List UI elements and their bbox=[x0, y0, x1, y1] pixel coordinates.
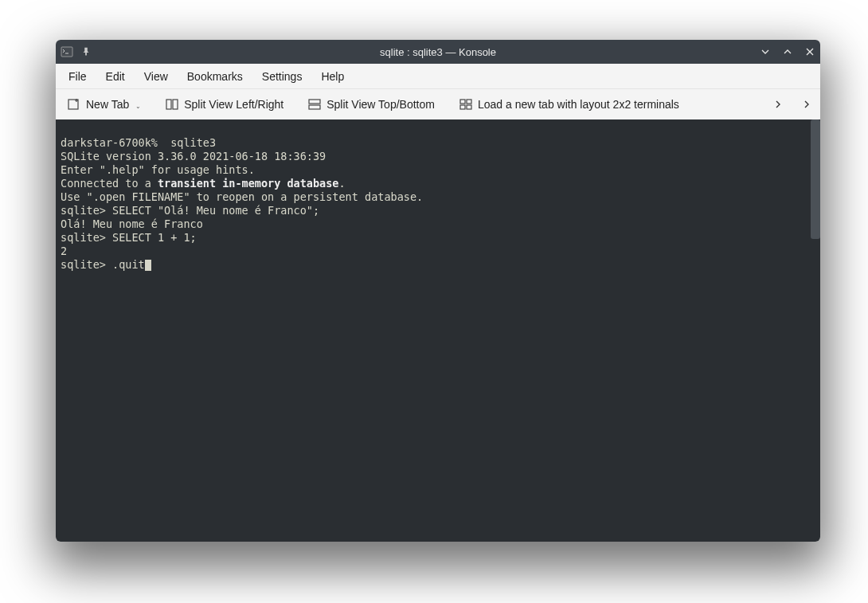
svg-rect-8 bbox=[460, 105, 465, 109]
toolbar-chevron-2[interactable] bbox=[798, 96, 815, 113]
grid-2x2-icon bbox=[459, 97, 473, 112]
svg-rect-0 bbox=[61, 47, 72, 57]
split-lr-icon bbox=[165, 97, 179, 112]
close-button[interactable] bbox=[804, 46, 815, 57]
term-line: Connected to a transient in-memory datab… bbox=[61, 177, 346, 190]
svg-rect-9 bbox=[467, 105, 471, 109]
new-tab-button[interactable]: New Tab ⌄ bbox=[61, 93, 147, 116]
svg-rect-3 bbox=[173, 100, 178, 109]
svg-rect-7 bbox=[467, 100, 471, 104]
menu-settings[interactable]: Settings bbox=[254, 66, 311, 87]
split-top-bottom-button[interactable]: Split View Top/Bottom bbox=[301, 93, 441, 116]
svg-rect-4 bbox=[309, 100, 320, 104]
split-left-right-button[interactable]: Split View Left/Right bbox=[158, 93, 290, 116]
menu-edit[interactable]: Edit bbox=[98, 66, 133, 87]
svg-rect-5 bbox=[309, 105, 320, 109]
term-line: 2 bbox=[61, 245, 67, 257]
new-tab-icon bbox=[67, 97, 81, 112]
maximize-button[interactable] bbox=[782, 46, 793, 57]
toolbar-chevron-1[interactable] bbox=[769, 96, 787, 113]
term-line: sqlite> SELECT "Olá! Meu nome é Franco"; bbox=[61, 204, 319, 217]
new-tab-label: New Tab bbox=[86, 98, 129, 111]
titlebar[interactable]: sqlite : sqlite3 — Konsole bbox=[56, 40, 820, 64]
menu-help[interactable]: Help bbox=[313, 66, 352, 87]
split-lr-label: Split View Left/Right bbox=[184, 98, 283, 111]
split-tb-icon bbox=[307, 97, 322, 112]
konsole-window: sqlite : sqlite3 — Konsole File Edit Vie… bbox=[56, 40, 820, 542]
pin-icon[interactable] bbox=[80, 45, 92, 58]
terminal-app-icon bbox=[61, 45, 73, 58]
menu-view[interactable]: View bbox=[136, 66, 176, 87]
menu-file[interactable]: File bbox=[61, 66, 95, 87]
scrollbar-thumb[interactable] bbox=[811, 119, 820, 239]
load-layout-button[interactable]: Load a new tab with layout 2x2 terminals bbox=[452, 93, 686, 116]
svg-rect-2 bbox=[166, 100, 171, 109]
term-line: sqlite> SELECT 1 + 1; bbox=[61, 231, 197, 244]
dropdown-marker-icon: ⌄ bbox=[135, 103, 141, 112]
menubar: File Edit View Bookmarks Settings Help bbox=[56, 64, 820, 89]
window-title: sqlite : sqlite3 — Konsole bbox=[56, 46, 820, 58]
term-line: SQLite version 3.36.0 2021-06-18 18:36:3… bbox=[61, 150, 326, 162]
terminal-view[interactable]: darkstar-6700k% sqlite3 SQLite version 3… bbox=[56, 119, 820, 542]
menu-bookmarks[interactable]: Bookmarks bbox=[179, 66, 251, 87]
term-line: Enter ".help" for usage hints. bbox=[61, 163, 255, 176]
term-line: sqlite> .quit bbox=[61, 258, 151, 271]
svg-rect-6 bbox=[460, 100, 465, 104]
minimize-button[interactable] bbox=[760, 46, 771, 57]
toolbar: New Tab ⌄ Split View Left/Right Split Vi… bbox=[56, 89, 820, 119]
split-tb-label: Split View Top/Bottom bbox=[326, 98, 435, 111]
term-line: Use ".open FILENAME" to reopen on a pers… bbox=[61, 190, 423, 203]
term-line: darkstar-6700k% sqlite3 bbox=[61, 136, 216, 149]
term-line: Olá! Meu nome é Franco bbox=[61, 217, 203, 230]
terminal-cursor bbox=[145, 260, 151, 271]
load-layout-label: Load a new tab with layout 2x2 terminals bbox=[478, 98, 679, 111]
